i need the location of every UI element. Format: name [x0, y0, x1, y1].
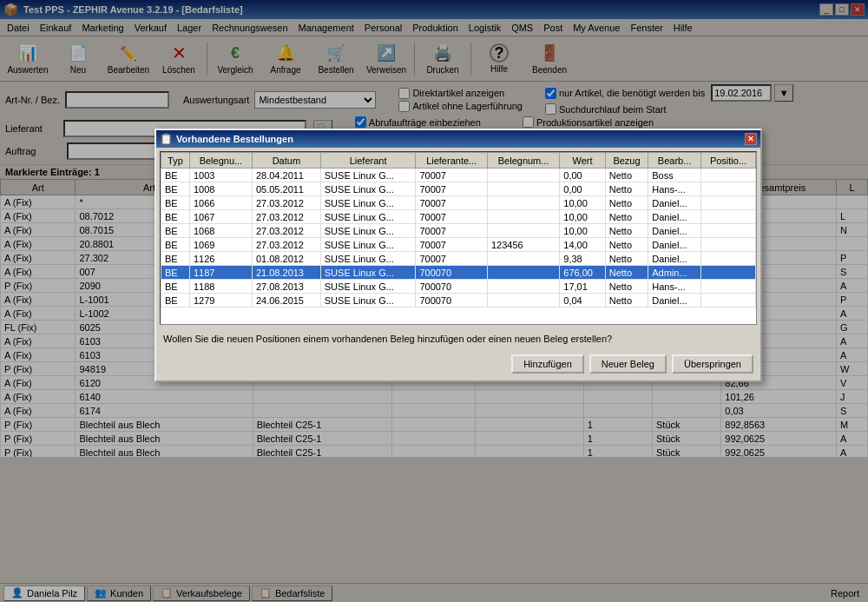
modal-table: Typ Belegnu... Datum Lieferant Lieferant…: [161, 152, 756, 308]
modal-table-row[interactable]: BE112601.08.2012SUSE Linux G...700079,38…: [161, 252, 756, 266]
modal-table-row[interactable]: BE118827.08.2013SUSE Linux G...70007017,…: [161, 280, 756, 294]
modal-content: Typ Belegnu... Datum Lieferant Lieferant…: [156, 148, 760, 380]
modal-table-row[interactable]: BE100328.04.2011SUSE Linux G...700070,00…: [161, 169, 756, 182]
modal-col-bearb[interactable]: Bearb...: [648, 153, 701, 169]
modal-table-row[interactable]: BE100805.05.2011SUSE Linux G...700070,00…: [161, 182, 756, 196]
modal-table-row[interactable]: BE118721.08.2013SUSE Linux G...700070676…: [161, 266, 756, 280]
modal-table-row[interactable]: BE106927.03.2012SUSE Linux G...700071234…: [161, 238, 756, 252]
modal-col-bezug[interactable]: Bezug: [605, 153, 648, 169]
modal-title-bar: 📋 Vorhandene Bestellungen ✕: [156, 130, 760, 148]
ueberspringen-button[interactable]: Überspringen: [672, 354, 753, 374]
modal-close-button[interactable]: ✕: [745, 133, 757, 145]
modal-table-row[interactable]: BE127924.06.2015SUSE Linux G...7000700,0…: [161, 294, 756, 308]
modal-dialog: 📋 Vorhandene Bestellungen ✕ Typ Belegnu.…: [155, 129, 762, 382]
modal-col-belegnr[interactable]: Belegnu...: [189, 153, 252, 169]
modal-icon: 📋: [160, 133, 173, 145]
modal-table-row[interactable]: BE106627.03.2012SUSE Linux G...7000710,0…: [161, 196, 756, 210]
modal-col-lieferant[interactable]: Lieferant: [320, 153, 416, 169]
modal-col-pos[interactable]: Positio...: [700, 153, 755, 169]
modal-question: Wollen Sie die neuen Positionen einem vo…: [160, 330, 757, 347]
neuer-beleg-button[interactable]: Neuer Beleg: [589, 354, 667, 374]
modal-title-text: Vorhandene Bestellungen: [176, 134, 293, 144]
modal-col-liefnr[interactable]: Lieferante...: [416, 153, 488, 169]
hinzufuegen-button[interactable]: Hinzufügen: [511, 354, 584, 374]
modal-table-row[interactable]: BE106827.03.2012SUSE Linux G...7000710,0…: [161, 224, 756, 238]
modal-table-wrapper[interactable]: Typ Belegnu... Datum Lieferant Lieferant…: [160, 151, 757, 325]
modal-col-typ[interactable]: Typ: [161, 153, 190, 169]
modal-col-datum[interactable]: Datum: [252, 153, 320, 169]
modal-buttons: Hinzufügen Neuer Beleg Überspringen: [160, 353, 757, 377]
modal-col-wert[interactable]: Wert: [560, 153, 605, 169]
modal-col-belegnum[interactable]: Belegnum...: [487, 153, 559, 169]
modal-table-row[interactable]: BE106727.03.2012SUSE Linux G...7000710,0…: [161, 210, 756, 224]
